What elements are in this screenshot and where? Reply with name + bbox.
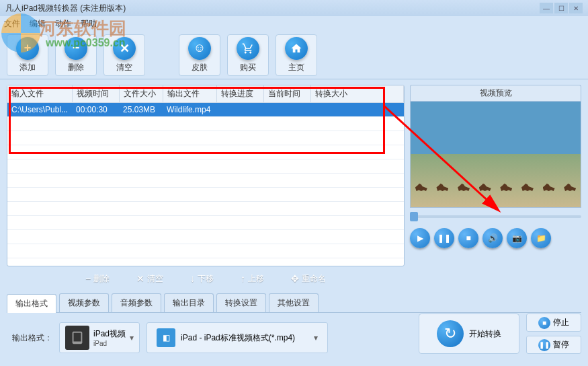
titlebar: 凡人iPad视频转换器 (未注册版本) — ☐ ✕ bbox=[0, 0, 588, 16]
tab-other[interactable]: 其他设置 bbox=[269, 293, 319, 312]
table-row[interactable] bbox=[7, 131, 404, 145]
video-slider[interactable] bbox=[410, 212, 581, 221]
window-title: 凡人iPad视频转换器 (未注册版本) bbox=[5, 3, 540, 14]
format-selector[interactable]: ◧ iPad - iPad标准视频格式(*.mp4) ▾ bbox=[146, 322, 328, 353]
col-duration[interactable]: 视频时间 bbox=[72, 85, 119, 103]
minimize-button[interactable]: — bbox=[540, 3, 553, 13]
play-button[interactable]: ▶ bbox=[410, 228, 430, 248]
table-row[interactable] bbox=[7, 244, 404, 258]
add-button[interactable]: + 添加 bbox=[7, 34, 48, 76]
preview-video bbox=[410, 101, 581, 208]
tabs: 输出格式 视频参数 音频参数 输出目录 转换设置 其他设置 bbox=[7, 293, 581, 313]
maximize-button[interactable]: ☐ bbox=[554, 3, 568, 13]
table-row[interactable] bbox=[7, 216, 404, 230]
svg-rect-3 bbox=[74, 333, 81, 342]
plus-icon: + bbox=[16, 37, 39, 60]
preview-title: 视频预览 bbox=[410, 85, 581, 101]
arrow-down-icon: ↓ bbox=[190, 273, 195, 284]
pause-convert-button[interactable]: ❚❚ 暂停 bbox=[526, 336, 581, 354]
menu-file[interactable]: 文件 bbox=[4, 18, 20, 30]
list-clear[interactable]: ✕清空 bbox=[136, 273, 163, 285]
col-input[interactable]: 输入文件 bbox=[7, 85, 72, 103]
menu-edit[interactable]: 编辑 bbox=[30, 18, 46, 30]
x-icon: ✕ bbox=[113, 37, 136, 60]
home-icon bbox=[285, 37, 308, 60]
col-output[interactable]: 输出文件 bbox=[163, 85, 216, 103]
ipad-icon bbox=[65, 326, 89, 350]
output-label: 输出格式： bbox=[12, 332, 52, 344]
minus-icon: − bbox=[85, 273, 91, 284]
minus-icon: − bbox=[65, 37, 87, 60]
home-button[interactable]: 主页 bbox=[276, 34, 317, 76]
table-row[interactable] bbox=[7, 117, 404, 131]
tab-conv[interactable]: 转换设置 bbox=[216, 293, 266, 312]
stop-button[interactable]: ■ bbox=[458, 228, 478, 248]
table-row[interactable] bbox=[7, 159, 404, 174]
tab-video[interactable]: 视频参数 bbox=[59, 293, 109, 312]
volume-button[interactable]: 🔊 bbox=[482, 228, 503, 248]
device-selector[interactable]: iPad视频 iPad ▾ bbox=[59, 322, 140, 353]
cart-icon bbox=[237, 37, 259, 60]
clear-button[interactable]: ✕ 清空 bbox=[103, 34, 145, 76]
table-row[interactable] bbox=[7, 188, 404, 202]
col-convsize[interactable]: 转换大小 bbox=[310, 85, 403, 103]
file-icon: ◧ bbox=[157, 328, 175, 347]
list-down[interactable]: ↓下移 bbox=[190, 273, 214, 285]
col-size[interactable]: 文件大小 bbox=[119, 85, 163, 103]
close-button[interactable]: ✕ bbox=[569, 3, 583, 13]
menu-action[interactable]: 动作 bbox=[55, 18, 71, 30]
convert-icon: ↻ bbox=[437, 320, 464, 347]
x-icon: ✕ bbox=[136, 273, 144, 284]
stop-convert-button[interactable]: ■ 停止 bbox=[526, 314, 581, 332]
pause-button[interactable]: ❚❚ bbox=[434, 228, 454, 248]
list-rename[interactable]: ✥重命名 bbox=[291, 273, 326, 285]
menu-help[interactable]: 帮助 bbox=[81, 18, 97, 30]
folder-button[interactable]: 📁 bbox=[531, 228, 551, 248]
stop-icon: ■ bbox=[538, 317, 550, 329]
chevron-down-icon: ▾ bbox=[130, 333, 134, 342]
toolbar: + 添加 − 删除 ✕ 清空 ☺ 皮肤 购买 主页 bbox=[0, 31, 588, 79]
delete-button[interactable]: − 删除 bbox=[55, 34, 97, 76]
tab-outdir[interactable]: 输出目录 bbox=[164, 293, 214, 312]
chevron-down-icon: ▾ bbox=[314, 333, 318, 342]
list-actions: −删除 ✕清空 ↓下移 ↑上移 ✥重命名 bbox=[7, 268, 404, 289]
pause-icon: ❚❚ bbox=[538, 339, 550, 351]
smile-icon: ☺ bbox=[188, 37, 211, 60]
tab-format[interactable]: 输出格式 bbox=[7, 294, 56, 313]
menubar: 文件 编辑 动作 帮助 bbox=[0, 16, 588, 31]
table-row[interactable] bbox=[7, 202, 404, 216]
skin-button[interactable]: ☺ 皮肤 bbox=[179, 34, 220, 76]
table-row[interactable] bbox=[7, 174, 404, 188]
col-curtime[interactable]: 当前时间 bbox=[263, 85, 310, 103]
arrow-up-icon: ↑ bbox=[241, 273, 245, 284]
tab-audio[interactable]: 音频参数 bbox=[112, 293, 161, 312]
table-row[interactable] bbox=[7, 230, 404, 244]
buy-button[interactable]: 购买 bbox=[227, 34, 269, 76]
start-convert-button[interactable]: ↻ 开始转换 bbox=[419, 314, 519, 354]
col-progress[interactable]: 转换进度 bbox=[216, 85, 263, 103]
table-row[interactable] bbox=[7, 145, 404, 159]
snapshot-button[interactable]: 📷 bbox=[507, 228, 527, 248]
list-up[interactable]: ↑上移 bbox=[241, 273, 264, 285]
preview-panel: 视频预览 ▶ ❚❚ ■ 🔊 📷 📁 bbox=[410, 85, 581, 266]
file-list: 输入文件 视频时间 文件大小 输出文件 转换进度 当前时间 转换大小 C:\Us… bbox=[7, 85, 405, 266]
table-row[interactable]: C:\Users\Publ... 00:00:30 25.03MB Wildli… bbox=[7, 103, 404, 117]
move-icon: ✥ bbox=[291, 273, 299, 284]
list-delete[interactable]: −删除 bbox=[85, 273, 110, 285]
